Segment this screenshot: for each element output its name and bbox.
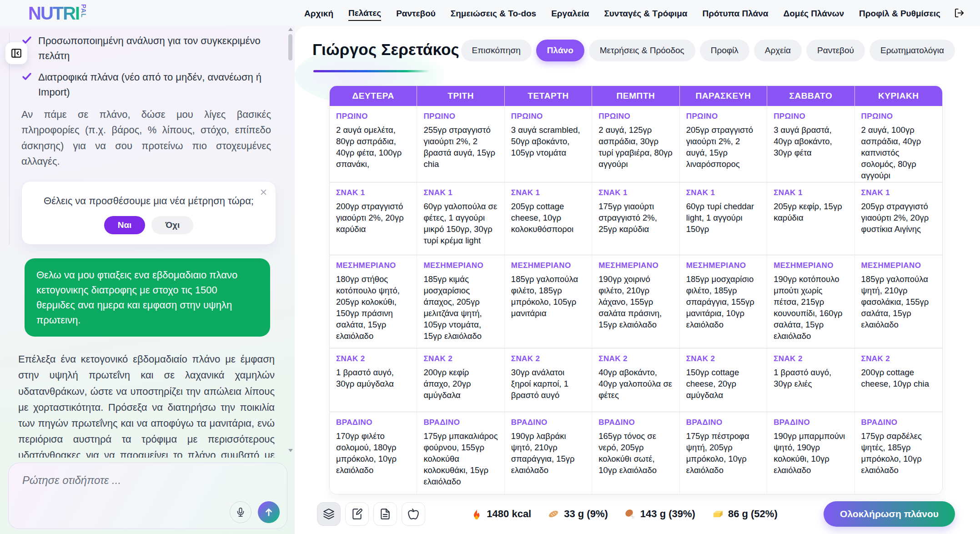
fat-butter-icon <box>712 509 724 519</box>
tab[interactable]: Προφίλ <box>700 40 749 61</box>
meal-cell[interactable]: ΣΝΑΚ 160γρ τυρί cheddar light, 1 αγγούρι… <box>680 182 767 255</box>
tab[interactable]: Μετρήσεις & Πρόοδος <box>589 40 695 61</box>
no-button[interactable]: Όχι <box>151 216 193 234</box>
scroll-down-arrow[interactable] <box>288 449 293 452</box>
assistant-message-block: Προσωποποιημένη ανάλυση για τον συγκεκρι… <box>9 33 271 245</box>
file-text-icon[interactable] <box>373 502 397 526</box>
day-header: ΤΕΤΑΡΤΗ <box>505 86 592 106</box>
meal-cell[interactable]: ΠΡΩΙΝΟ3 αυγά scrambled, 50γρ αβοκάντο, 1… <box>505 106 592 182</box>
scrollbar-thumb[interactable] <box>288 34 292 60</box>
nav-item[interactable]: Προφίλ & Ρυθμίσεις <box>859 6 940 20</box>
macro-summary: 1480 kcal 33 g (9%) 143 g (39%) <box>471 508 777 520</box>
chat-scrollbar[interactable] <box>287 27 294 453</box>
meal-cell[interactable]: ΜΕΣΗΜΕΡΙΑΝΟ185γρ μοσχαρίσιο φιλέτο, 185γ… <box>680 255 767 348</box>
microphone-button[interactable] <box>230 501 251 523</box>
meal-text: 175γρ μπακαλιάρος φούρνου, 155γρ κολοκύθ… <box>423 430 498 487</box>
meal-cell[interactable]: ΣΝΑΚ 230γρ ανάλατοι ξηροί καρποί, 1 βρασ… <box>505 348 592 412</box>
nutripal-logo[interactable]: NUTRI PAL <box>28 4 87 22</box>
client-tabs: ΕπισκόπησηΠλάνοΜετρήσεις & ΠρόοδοςΠροφίλ… <box>461 40 955 61</box>
note-pen-icon[interactable] <box>345 502 369 526</box>
meal-label: ΠΡΩΙΝΟ <box>774 112 848 121</box>
meal-cell[interactable]: ΣΝΑΚ 1205γρ cottage cheese, 10γρ κολοκυθ… <box>505 182 592 255</box>
layers-icon[interactable] <box>317 502 341 526</box>
send-button[interactable] <box>258 501 280 523</box>
meal-text: 190γρ λαβράκι ψητό, 210γρ σπαράγγια, 15γ… <box>511 430 585 476</box>
complete-plan-button[interactable]: Ολοκλήρωση πλάνου <box>824 501 955 527</box>
nav-item[interactable]: Ραντεβού <box>396 6 436 20</box>
meal-label: ΣΝΑΚ 2 <box>336 354 410 363</box>
meal-cell[interactable]: ΜΕΣΗΜΕΡΙΑΝΟ190γρ κοτόπουλο μπούτι χωρίς … <box>767 255 854 348</box>
meal-cell[interactable]: ΒΡΑΔΙΝΟ175γρ σαρδέλες ψητές, 185γρ μπρόκ… <box>855 412 942 494</box>
meal-text: 205γρ κεφίρ, 15γρ καρύδια <box>774 201 848 223</box>
tab[interactable]: Ερωτηματολόγια <box>869 40 955 61</box>
collapse-panel-button[interactable] <box>5 42 27 64</box>
meal-cell[interactable]: ΒΡΑΔΙΝΟ190γρ μπαρμπούνι ψητό, 190γρ κολο… <box>767 412 854 494</box>
logo-text: NUTRI <box>28 4 79 22</box>
calories-flame-icon <box>471 508 482 520</box>
nav-item[interactable]: Δομές Πλάνων <box>784 6 844 20</box>
check-icon <box>21 71 32 82</box>
chat-sidebar: Προσωποποιημένη ανάλυση για τον συγκεκρι… <box>0 26 295 534</box>
meal-cell[interactable]: ΣΝΑΚ 21 βραστό αυγό, 30γρ αμύγδαλα <box>330 348 417 412</box>
nav-item[interactable]: Συνταγές & Τρόφιμα <box>604 6 687 20</box>
assistant-intro-paragraph: Αν πάμε σε πλάνο, δώσε μου λίγες βασικές… <box>21 107 271 169</box>
scroll-up-arrow[interactable] <box>288 28 293 31</box>
nav-item[interactable]: Σημειώσεις & To-dos <box>451 6 536 20</box>
meal-cell[interactable]: ΒΡΑΔΙΝΟ170γρ φιλέτο σολομού, 180γρ μπρόκ… <box>330 412 417 494</box>
client-name: Γιώργος Σερετάκος <box>312 40 459 59</box>
meal-cell[interactable]: ΣΝΑΚ 2150γρ cottage cheese, 20γρ αμύγδαλ… <box>680 348 767 412</box>
meal-cell[interactable]: ΠΡΩΙΝΟ255γρ στραγγιστό γιαούρτι 2%, 2 βρ… <box>417 106 504 182</box>
day-header: ΣΑΒΒΑΤΟ <box>767 86 854 106</box>
meal-cell[interactable]: ΜΕΣΗΜΕΡΙΑΝΟ185γρ γαλοπούλα ψητή, 210γρ φ… <box>855 255 942 348</box>
carbs-total: 33 g (9%) <box>548 508 608 520</box>
top-nav: NUTRI PAL ΑρχικήΠελάτεςΡαντεβούΣημειώσει… <box>0 0 980 26</box>
meal-label: ΠΡΩΙΝΟ <box>511 112 585 121</box>
meal-cell[interactable]: ΠΡΩΙΝΟ2 αυγά, 125γρ ασπράδια, 30γρ τυρί … <box>592 106 679 182</box>
tab[interactable]: Αρχεία <box>754 40 802 61</box>
meal-cell[interactable]: ΣΝΑΚ 2200γρ κεφίρ άπαχο, 20γρ αμύγδαλα <box>417 348 504 412</box>
meal-cell[interactable]: ΒΡΑΔΙΝΟ175γρ μπακαλιάρος φούρνου, 155γρ … <box>417 412 504 494</box>
tab[interactable]: Επισκόπηση <box>461 40 532 61</box>
apple-icon[interactable] <box>402 502 425 526</box>
tab[interactable]: Ραντεβού <box>806 40 865 61</box>
meal-label: ΣΝΑΚ 1 <box>511 188 585 197</box>
meal-text: 185γρ γαλοπούλα φιλέτο, 185γρ μπρόκολο, … <box>511 273 585 319</box>
meal-cell[interactable]: ΜΕΣΗΜΕΡΙΑΝΟ185γρ κιμάς μοσχαρίσιος άπαχο… <box>417 255 504 348</box>
nav-items: ΑρχικήΠελάτεςΡαντεβούΣημειώσεις & To-dos… <box>304 5 940 21</box>
meal-cell[interactable]: ΜΕΣΗΜΕΡΙΑΝΟ190γρ χοιρινό φιλέτο, 210γρ λ… <box>592 255 679 348</box>
meal-label: ΜΕΣΗΜΕΡΙΑΝΟ <box>686 261 760 270</box>
protein-drumstick-icon <box>624 509 636 520</box>
meal-label: ΣΝΑΚ 1 <box>598 188 673 197</box>
meal-cell[interactable]: ΠΡΩΙΝΟ2 αυγά, 100γρ ασπράδια, 40γρ καπνι… <box>855 106 942 182</box>
meal-cell[interactable]: ΣΝΑΚ 240γρ αβοκάντο, 40γρ γαλοπούλα σε φ… <box>592 348 679 412</box>
measurement-prompt-card: Θέλεις να προσθέσουμε μια νέα μέτρηση τώ… <box>21 181 276 245</box>
meal-cell[interactable]: ΣΝΑΚ 2200γρ cottage cheese, 10γρ chia <box>855 348 942 412</box>
nav-item[interactable]: Πελάτες <box>348 5 381 21</box>
logout-icon[interactable] <box>954 8 965 18</box>
meal-cell[interactable]: ΣΝΑΚ 21 βραστό αυγό, 30γρ ελιές <box>767 348 854 412</box>
meal-cell[interactable]: ΒΡΑΔΙΝΟ175γρ πέστροφα ψητή, 205γρ μπρόκο… <box>680 412 767 494</box>
meal-text: 60γρ τυρί cheddar light, 1 αγγούρι 150γρ <box>686 201 760 235</box>
meal-cell[interactable]: ΣΝΑΚ 160γρ γαλοπούλα σε φέτες, 1 αγγούρι… <box>417 182 504 255</box>
chat-input[interactable] <box>22 474 198 487</box>
meal-cell[interactable]: ΣΝΑΚ 1200γρ στραγγιστό γιαούρτι 2%, 20γρ… <box>330 182 417 255</box>
tab[interactable]: Πλάνο <box>536 40 584 61</box>
nav-item[interactable]: Αρχική <box>304 6 333 20</box>
meal-cell[interactable]: ΜΕΣΗΜΕΡΙΑΝΟ180γρ στήθος κοτόπουλο ψητό, … <box>330 255 417 348</box>
calories-value: 1480 kcal <box>487 508 531 520</box>
nav-item[interactable]: Πρότυπα Πλάνα <box>703 6 769 20</box>
meal-cell[interactable]: ΠΡΩΙΝΟ205γρ στραγγιστό γιαούρτι 2%, 2 αυ… <box>680 106 767 182</box>
meal-cell[interactable]: ΣΝΑΚ 1205γρ κεφίρ, 15γρ καρύδια <box>767 182 854 255</box>
meal-cell[interactable]: ΜΕΣΗΜΕΡΙΑΝΟ185γρ γαλοπούλα φιλέτο, 185γρ… <box>505 255 592 348</box>
yes-button[interactable]: Ναι <box>104 216 146 234</box>
meal-cell[interactable]: ΒΡΑΔΙΝΟ190γρ λαβράκι ψητό, 210γρ σπαράγγ… <box>505 412 592 494</box>
meal-label: ΣΝΑΚ 2 <box>511 354 585 363</box>
nav-item[interactable]: Εργαλεία <box>551 6 589 20</box>
meal-cell[interactable]: ΠΡΩΙΝΟ3 αυγά βραστά, 40γρ αβοκάντο, 30γρ… <box>767 106 854 182</box>
day-header: ΚΥΡΙΑΚΗ <box>855 86 942 106</box>
meal-cell[interactable]: ΣΝΑΚ 1205γρ στραγγιστό γιαούρτι 2%, 20γρ… <box>855 182 942 255</box>
meal-cell[interactable]: ΠΡΩΙΝΟ2 αυγά ομελέτα, 80γρ ασπράδια, 40γ… <box>330 106 417 182</box>
meal-cell[interactable]: ΣΝΑΚ 1175γρ γιαούρτι στραγγιστό 2%, 25γρ… <box>592 182 679 255</box>
meal-cell[interactable]: ΒΡΑΔΙΝΟ165γρ τόνος σε νερό, 205γρ κολοκύ… <box>592 412 679 494</box>
close-icon[interactable] <box>257 186 269 198</box>
